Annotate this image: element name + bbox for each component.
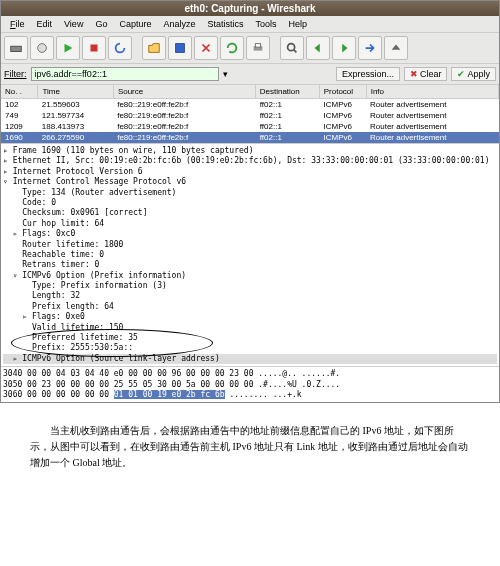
detail-line[interactable]: Checksum: 0x0961 [correct]	[3, 208, 497, 218]
detail-line[interactable]: Prefix length: 64	[3, 302, 497, 312]
hex-selection: 01 01 00 19 e0 2b fc 6b	[114, 390, 225, 399]
detail-line[interactable]: ▹ Flags: 0xc0	[3, 229, 497, 239]
detail-line[interactable]: ▹ Internet Protocol Version 6	[3, 167, 497, 177]
detail-line[interactable]: Type: 134 (Router advertisement)	[3, 188, 497, 198]
apply-button[interactable]: ✔Apply	[451, 67, 496, 81]
toolbar	[1, 33, 499, 64]
svg-line-8	[294, 50, 297, 53]
menu-tools[interactable]: Tools	[250, 18, 281, 30]
packet-row[interactable]: 749121.597734fe80::219:e0ff:fe2b:fff02::…	[1, 110, 499, 121]
svg-marker-10	[342, 44, 347, 53]
detail-line[interactable]: ▿ Internet Control Message Protocol v6	[3, 177, 497, 187]
restart-icon[interactable]	[108, 36, 132, 60]
options-icon[interactable]	[30, 36, 54, 60]
detail-line[interactable]: ▹ Flags: 0xe0	[3, 312, 497, 322]
packet-row[interactable]: 10221.559603fe80::219:e0ff:fe2b:fff02::1…	[1, 99, 499, 110]
caption-text: 当主机收到路由通告后，会根据路由通告中的地址前缀信息配置自己的 IPv6 地址，…	[0, 403, 500, 491]
detail-line[interactable]: Preferred lifetime: 35	[3, 333, 497, 343]
svg-marker-11	[392, 45, 401, 50]
menu-statistics[interactable]: Statistics	[202, 18, 248, 30]
reload-icon[interactable]	[220, 36, 244, 60]
menu-bar: File Edit View Go Capture Analyze Statis…	[1, 16, 499, 33]
clear-button[interactable]: ✖Clear	[404, 67, 448, 81]
packet-row[interactable]: 1690266.275590fe80::219:e0ff:fe2b:fff02:…	[1, 132, 499, 143]
col-proto[interactable]: Protocol	[320, 85, 367, 98]
filter-bar: Filter: ▾ Expression... ✖Clear ✔Apply	[1, 64, 499, 85]
detail-line[interactable]: ▿ ICMPv6 Option (Prefix information)	[3, 271, 497, 281]
hex-row: 3050 00 23 00 00 00 00 25 55 05 30 00 5a…	[3, 380, 497, 390]
menu-view[interactable]: View	[59, 18, 88, 30]
detail-line[interactable]: Length: 32	[3, 291, 497, 301]
svg-marker-2	[65, 44, 73, 53]
hex-row: 3040 00 00 04 03 04 40 e0 00 00 00 96 00…	[3, 369, 497, 379]
col-time[interactable]: Time	[38, 85, 113, 98]
filter-input[interactable]	[31, 67, 219, 81]
menu-help[interactable]: Help	[284, 18, 313, 30]
expression-button[interactable]: Expression...	[336, 67, 400, 81]
stop-icon[interactable]	[82, 36, 106, 60]
menu-go[interactable]: Go	[90, 18, 112, 30]
detail-line[interactable]: ▹ ICMPv6 Option (Source link-layer addre…	[3, 354, 497, 364]
detail-line[interactable]: Router lifetime: 1800	[3, 240, 497, 250]
window-title: eth0: Capturing - Wireshark	[1, 1, 499, 16]
col-src[interactable]: Source	[114, 85, 256, 98]
svg-rect-0	[11, 46, 22, 51]
save-icon[interactable]	[168, 36, 192, 60]
detail-line[interactable]: Cur hop limit: 64	[3, 219, 497, 229]
menu-capture[interactable]: Capture	[114, 18, 156, 30]
svg-rect-6	[255, 44, 260, 48]
col-no[interactable]: No. .	[1, 85, 38, 98]
detail-line[interactable]: Code: 0	[3, 198, 497, 208]
detail-line[interactable]: Valid lifetime: 150	[3, 323, 497, 333]
forward-icon[interactable]	[332, 36, 356, 60]
close-icon[interactable]	[194, 36, 218, 60]
packet-list[interactable]: No. . Time Source Destination Protocol I…	[1, 85, 499, 143]
hex-row: 3060 00 00 00 00 00 00 01 01 00 19 e0 2b…	[3, 390, 497, 400]
menu-file[interactable]: File	[5, 18, 30, 30]
top-icon[interactable]	[384, 36, 408, 60]
print-icon[interactable]	[246, 36, 270, 60]
detail-line[interactable]: Retrans timer: 0	[3, 260, 497, 270]
svg-point-1	[38, 44, 47, 53]
svg-rect-3	[91, 45, 98, 52]
hex-pane[interactable]: 3040 00 00 04 03 04 40 e0 00 00 00 96 00…	[1, 367, 499, 402]
open-icon[interactable]	[142, 36, 166, 60]
filter-label: Filter:	[4, 69, 27, 79]
detail-line[interactable]: Reachable time: 0	[3, 250, 497, 260]
svg-marker-9	[315, 44, 320, 53]
detail-line[interactable]: Type: Prefix information (3)	[3, 281, 497, 291]
col-info[interactable]: Info	[367, 85, 499, 98]
svg-rect-4	[176, 44, 185, 53]
col-dst[interactable]: Destination	[256, 85, 320, 98]
find-icon[interactable]	[280, 36, 304, 60]
packet-details[interactable]: ▹ Frame 1690 (110 bytes on wire, 110 byt…	[1, 143, 499, 367]
start-icon[interactable]	[56, 36, 80, 60]
detail-line[interactable]: ▹ Frame 1690 (110 bytes on wire, 110 byt…	[3, 146, 497, 156]
back-icon[interactable]	[306, 36, 330, 60]
packet-row[interactable]: 1209188.413973fe80::219:e0ff:fe2b:fff02:…	[1, 121, 499, 132]
interfaces-icon[interactable]	[4, 36, 28, 60]
detail-line[interactable]: Prefix: 2555:530:5a::	[3, 343, 497, 353]
menu-edit[interactable]: Edit	[32, 18, 58, 30]
detail-line[interactable]: ▹ Ethernet II, Src: 00:19:e0:2b:fc:6b (0…	[3, 156, 497, 166]
svg-point-7	[288, 44, 295, 51]
goto-icon[interactable]	[358, 36, 382, 60]
menu-analyze[interactable]: Analyze	[158, 18, 200, 30]
